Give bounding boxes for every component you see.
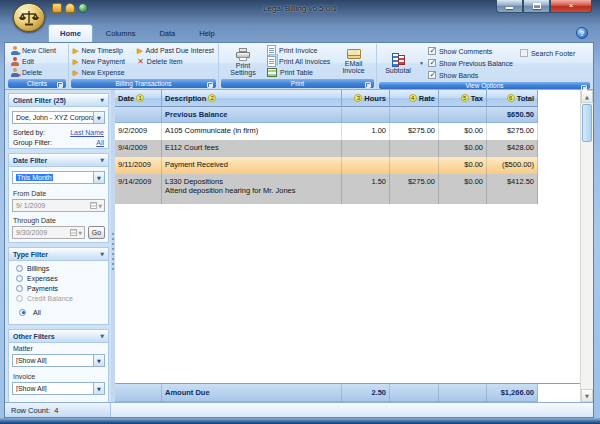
minimize-button[interactable] [496,0,523,13]
app-menu-button[interactable] [13,3,45,32]
close-button[interactable]: × [550,0,592,13]
yellow-arrow-icon: ▶ [73,68,78,77]
sorted-by-label: Sorted by: [13,129,45,136]
date-filter-header[interactable]: Date Filter ▼ [9,154,108,167]
through-date-field[interactable]: 9/30/2009 ▼ [12,226,85,239]
date-filter-panel: Date Filter ▼ This Month ▼ From Date 9/ … [8,153,109,243]
dialog-launcher-icon[interactable] [365,82,371,88]
payment-row[interactable]: 9/11/2009 Payment Received $0.00 ($500.0… [115,157,538,174]
chevron-down-icon: ▼ [100,333,104,339]
dialog-launcher-icon[interactable] [581,85,587,91]
go-button[interactable]: Go [88,226,105,239]
tab-help[interactable]: Help [188,25,225,42]
from-date-label: From Date [9,188,108,198]
maximize-button[interactable] [523,0,550,13]
scrollbar-thumb[interactable] [582,104,592,142]
dialog-launcher-icon[interactable] [57,82,63,88]
table-row[interactable]: 9/2/2009 A105 Communicate (in firm) 1.00… [115,123,538,140]
subtotal-button[interactable]: Subtotal [379,45,417,81]
yellow-arrow-icon: ▶ [137,46,142,55]
column-header-date[interactable]: Date 1 [115,90,162,107]
new-timeslip-button[interactable]: ▶ New Timeslip [71,45,135,56]
search-footer-checkbox[interactable]: Search Footer [520,47,590,59]
maximize-icon [533,3,541,9]
table-row[interactable]: 9/4/2009 E112 Court fees $0.00 $428.00 [115,140,538,157]
type-filter-header[interactable]: Type Filter ▼ [9,248,108,261]
client-select[interactable]: Doe, John - XYZ Corporation ▼ [12,111,105,124]
radio-billings[interactable]: Billings [9,263,108,273]
group-filter-link[interactable]: All [96,139,104,146]
delete-item-button[interactable]: ✕ Delete Item [135,56,216,67]
radio-expenses[interactable]: Expenses [9,273,108,283]
show-previous-balance-checkbox[interactable]: Show Previous Balance [428,57,520,69]
row-comment: Attend deposition hearing for Mr. Jones [165,186,338,195]
radio-payments[interactable]: Payments [9,283,108,293]
quick-access-icon-3[interactable] [78,3,88,13]
radio-icon [16,275,23,282]
tab-columns[interactable]: Columns [95,25,147,42]
radio-all[interactable]: All [9,303,108,321]
ribbon-group-clients: + New Client Edit × Delete Clients [6,44,69,89]
dropdown-arrow-icon: ▼ [93,172,104,183]
tab-data[interactable]: Data [148,25,186,42]
quick-access-toolbar [52,3,88,13]
invoice-select[interactable]: [Show All] ▼ [12,382,105,395]
print-settings-button[interactable]: Print Settings [221,45,265,78]
person-edit-icon [10,57,19,66]
app-body: + New Client Edit × Delete Clients [4,42,594,418]
tab-home[interactable]: Home [48,24,93,42]
checkbox-checked-icon [428,71,436,79]
radio-disabled-icon [16,295,23,302]
show-comments-checkbox[interactable]: Show Comments [428,45,520,57]
quick-access-icon-2[interactable] [65,3,75,13]
ribbon-group-view-options: Subtotal ▼ Show Comments Show Previous B… [377,44,592,89]
client-filter-header[interactable]: Client Filter (25) ▼ [9,94,108,107]
column-header-hours[interactable]: 3 Hours [342,90,390,107]
ribbon-group-print: Print Settings Print Invoice Print All I… [219,44,377,89]
table-grid-icon [267,68,277,77]
date-preset-select[interactable]: This Month ▼ [12,171,105,184]
from-date-field[interactable]: 9/ 1/2009 ▼ [12,199,105,212]
sorted-by-link[interactable]: Last Name [70,129,104,136]
client-filter-panel: Client Filter (25) ▼ Doe, John - XYZ Cor… [8,93,109,149]
print-invoice-button[interactable]: Print Invoice [265,45,333,56]
print-table-button[interactable]: Print Table [265,67,333,78]
add-past-due-interest-button[interactable]: ▶ Add Past Due Interest [135,45,216,56]
radio-selected-icon [19,309,26,316]
sidebar-splitter[interactable] [111,90,115,402]
calendar-dropdown-icon[interactable]: ▼ [70,229,84,236]
status-bar: Row Count: 4 [5,402,593,417]
new-expense-button[interactable]: ▶ New Expense [71,67,135,78]
quick-access-icon-1[interactable] [52,3,62,13]
ribbon-caption-clients: Clients [8,79,66,88]
new-client-button[interactable]: + New Client [8,45,66,56]
edit-client-button[interactable]: Edit [8,56,66,67]
scrollbar-track[interactable] [581,143,593,389]
show-bands-checkbox[interactable]: Show Bands [428,69,520,81]
type-filter-panel: Type Filter ▼ Billings Expenses [8,247,109,325]
delete-client-button[interactable]: × Delete [8,67,66,78]
subtotal-dropdown-arrow[interactable]: ▼ [419,60,424,66]
dialog-launcher-icon[interactable] [207,82,213,88]
calendar-dropdown-icon[interactable]: ▼ [90,202,104,209]
vertical-scrollbar[interactable]: ▲ ▼ [580,90,593,402]
chevron-down-icon: ▼ [100,97,104,103]
column-header-description[interactable]: Description 2 [162,90,342,107]
dropdown-arrow-icon: ▼ [93,355,104,366]
scroll-down-button[interactable]: ▼ [581,389,593,402]
email-invoice-button[interactable]: EMail Invoice [333,45,374,78]
previous-balance-row[interactable]: Previous Balance $650.50 [115,107,538,123]
person-delete-icon: × [10,68,19,77]
scroll-up-button[interactable]: ▲ [581,90,593,103]
other-filters-header[interactable]: Other Filters ▼ [9,330,108,343]
matter-select[interactable]: [Show All] ▼ [12,354,105,367]
column-header-total[interactable]: 6 Total [487,90,538,107]
help-icon[interactable]: ? [576,27,588,39]
column-header-rate[interactable]: 4 Rate [390,90,439,107]
new-payment-button[interactable]: ▶ New Payment [71,56,135,67]
print-all-invoices-button[interactable]: Print All Invoices [265,56,333,67]
radio-credit-balance: Credit Balance [9,293,108,303]
table-row[interactable]: 9/14/2009 L330 Depositions Attend deposi… [115,174,538,204]
column-header-tax[interactable]: 5 Tax [439,90,487,107]
column-number-badge: 4 [409,94,417,102]
